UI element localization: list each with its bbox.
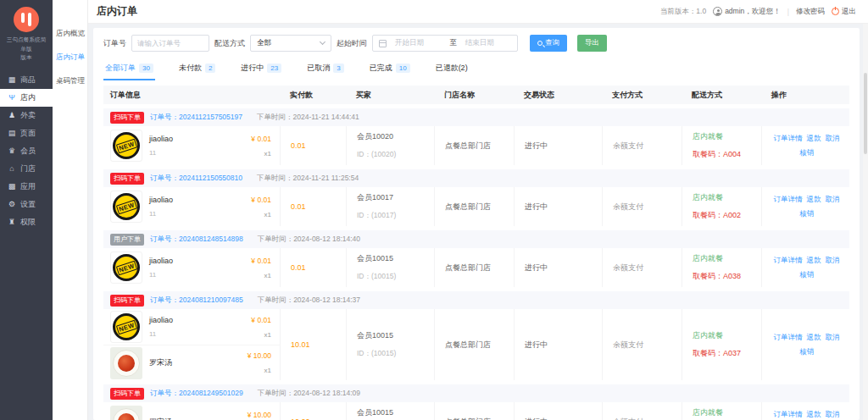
sidebar-item-pages[interactable]: ▤页面 bbox=[0, 124, 53, 142]
food-image-soup bbox=[110, 347, 142, 379]
action-refund-link[interactable]: 退款 bbox=[807, 410, 821, 420]
change-password-link[interactable]: 修改密码 bbox=[796, 7, 825, 17]
pickup-code: 取餐码：A004 bbox=[693, 149, 761, 160]
action-detail-link[interactable]: 订单详情 bbox=[774, 410, 803, 420]
sidebar-item-member[interactable]: ♛会员 bbox=[0, 142, 53, 160]
tab-refunded[interactable]: 已退款(2) bbox=[434, 60, 470, 80]
tab-cancelled[interactable]: 已取消3 bbox=[305, 60, 345, 80]
buyer-cell: 会员10015ID：(10015) bbox=[346, 402, 434, 420]
start-date-field[interactable]: 开始日期 bbox=[395, 38, 441, 48]
submenu-item-tablecodes[interactable]: 桌码管理 bbox=[53, 69, 87, 93]
new-sticker-graphic: NEW bbox=[113, 132, 140, 159]
item-price-block: ¥ 0.01x1 bbox=[251, 257, 271, 279]
tab-count-badge: 30 bbox=[139, 64, 153, 73]
order-no-input[interactable] bbox=[131, 35, 209, 52]
order-time: 下单时间：2024-08-12 18:14:37 bbox=[258, 296, 360, 306]
column-header: 买家 bbox=[346, 90, 434, 101]
buyer-id: ID：(10017) bbox=[357, 211, 434, 221]
order-meta-row: 用户下单订单号：2024081248514898下单时间：2024-08-12 … bbox=[103, 230, 849, 248]
tab-unpaid[interactable]: 未付款2 bbox=[177, 60, 217, 80]
action-cancel-link[interactable]: 取消 bbox=[826, 195, 840, 205]
column-header: 实付款 bbox=[280, 90, 346, 101]
action-detail-link[interactable]: 订单详情 bbox=[774, 256, 803, 266]
scrollbar[interactable] bbox=[863, 24, 868, 420]
delivery-method-cell: 店内就餐取餐码：A002 bbox=[682, 187, 761, 226]
sidebar-item-apps[interactable]: ▩应用 bbox=[0, 178, 53, 196]
delivery-type: 店内就餐 bbox=[693, 131, 761, 142]
delivery-type: 店内就餐 bbox=[693, 330, 761, 341]
search-button[interactable]: 查询 bbox=[530, 35, 567, 52]
order-items-cell: NEWjiaoliao11¥ 0.01x1 bbox=[103, 187, 280, 226]
action-refund-link[interactable]: 退款 bbox=[807, 256, 821, 266]
order-number-link[interactable]: 订单号：2024081249501029 bbox=[150, 389, 243, 399]
order-number-link[interactable]: 订单号：2024081248514898 bbox=[150, 235, 243, 245]
tab-all[interactable]: 全部订单30 bbox=[103, 60, 155, 80]
submenu-item-overview[interactable]: 店内概览 bbox=[53, 22, 87, 46]
export-button[interactable]: 导出 bbox=[577, 35, 607, 52]
action-cancel-link[interactable]: 取消 bbox=[826, 333, 840, 343]
user-menu[interactable]: admin，欢迎您！ bbox=[713, 7, 781, 17]
sidebar-item-takeout[interactable]: ♟外卖 bbox=[0, 107, 53, 124]
submenu-item-orders[interactable]: 店内订单 bbox=[53, 46, 87, 69]
buyer-name: 会员10015 bbox=[357, 253, 434, 264]
action-verify-link[interactable]: 核销 bbox=[799, 148, 814, 158]
action-cancel-link[interactable]: 取消 bbox=[826, 134, 840, 144]
item-price-block: ¥ 0.01x1 bbox=[251, 135, 271, 158]
action-verify-link[interactable]: 核销 bbox=[799, 347, 814, 357]
sidebar-item-store[interactable]: ⌂门店 bbox=[0, 160, 53, 178]
delivery-method-select[interactable]: 全部 bbox=[250, 35, 331, 52]
order-meta-row: 扫码下单订单号：2024112150550810下单时间：2024-11-21 … bbox=[103, 169, 849, 187]
dine-in-fork-icon: Ψ bbox=[8, 93, 16, 102]
trade-status-cell: 进行中 bbox=[514, 309, 602, 380]
item-price-block: ¥ 0.01x1 bbox=[251, 196, 271, 218]
paid-amount-cell: 0.01 bbox=[280, 248, 346, 287]
trade-status-cell: 进行中 bbox=[514, 126, 602, 165]
soup-graphic bbox=[118, 355, 135, 372]
action-detail-link[interactable]: 订单详情 bbox=[774, 333, 803, 343]
sidebar-item-settings[interactable]: ⚙设置 bbox=[0, 196, 53, 213]
action-refund-link[interactable]: 退款 bbox=[807, 134, 821, 144]
order-number-link[interactable]: 订单号：2024112157505197 bbox=[150, 113, 242, 123]
tab-label: 已取消 bbox=[307, 63, 330, 74]
action-refund-link[interactable]: 退款 bbox=[807, 333, 821, 343]
sidebar-item-label: 商品 bbox=[20, 75, 36, 86]
store-name-cell: 点餐总部门店 bbox=[434, 402, 514, 420]
action-verify-link[interactable]: 核销 bbox=[799, 209, 814, 219]
pickup-code: 取餐码：A002 bbox=[693, 210, 761, 221]
new-sticker-graphic: NEW bbox=[113, 313, 140, 340]
logout-link[interactable]: 退出 bbox=[832, 7, 856, 17]
order-items-cell: NEWjiaoliao11¥ 0.01x1 bbox=[103, 126, 280, 165]
sidebar-item-goods[interactable]: ▦商品 bbox=[0, 71, 53, 89]
action-verify-link[interactable]: 核销 bbox=[799, 270, 814, 280]
action-detail-link[interactable]: 订单详情 bbox=[774, 195, 803, 205]
filter-bar: 订单号 配送方式 全部 起始时间 开始日期 至 结束日期 bbox=[103, 34, 849, 52]
item-price-block: ¥ 10.00x1 bbox=[248, 411, 271, 420]
order-item: 罗宋汤¥ 10.00x1 bbox=[103, 345, 280, 380]
table-header: 订单信息实付款买家门店名称交易状态支付方式配送方式操作 bbox=[103, 86, 849, 104]
order-number-link[interactable]: 订单号：2024112150550810 bbox=[150, 174, 242, 184]
action-refund-link[interactable]: 退款 bbox=[807, 195, 821, 205]
order-item: NEWjiaoliao11¥ 0.01x1 bbox=[103, 126, 280, 165]
action-cancel-link[interactable]: 取消 bbox=[826, 410, 840, 420]
order-block: 扫码下单订单号：2024112150550810下单时间：2024-11-21 … bbox=[103, 169, 849, 226]
topbar-right: 当前版本：1.0 admin，欢迎您！ | 修改密码 退出 bbox=[660, 7, 856, 17]
tab-ongoing[interactable]: 进行中23 bbox=[239, 60, 283, 80]
order-number-link[interactable]: 订单号：2024081210097485 bbox=[150, 296, 243, 306]
order-block: 扫码下单订单号：2024081210097485下单时间：2024-08-12 … bbox=[103, 291, 849, 380]
app-logo[interactable]: 三勾点餐系统简单版 版本 bbox=[0, 0, 53, 68]
export-button-label: 导出 bbox=[585, 38, 599, 48]
item-price: ¥ 0.01 bbox=[251, 135, 271, 143]
permission-shield-icon: ♜ bbox=[8, 218, 16, 226]
scrollbar-thumb[interactable] bbox=[864, 73, 867, 154]
date-range-picker[interactable]: 开始日期 至 结束日期 bbox=[372, 35, 518, 52]
sidebar-item-permission[interactable]: ♜权限 bbox=[0, 213, 53, 231]
action-detail-link[interactable]: 订单详情 bbox=[774, 134, 803, 144]
column-header: 配送方式 bbox=[682, 90, 761, 101]
order-block: 扫码下单订单号：2024081249501029下单时间：2024-08-12 … bbox=[103, 384, 849, 420]
sidebar-item-instore[interactable]: Ψ店内 bbox=[0, 89, 53, 107]
food-image-soup bbox=[110, 406, 142, 420]
action-cancel-link[interactable]: 取消 bbox=[826, 256, 840, 266]
buyer-cell: 会员10015ID：(10015) bbox=[346, 248, 434, 287]
end-date-field[interactable]: 结束日期 bbox=[465, 38, 511, 48]
tab-finished[interactable]: 已完成10 bbox=[368, 60, 412, 80]
